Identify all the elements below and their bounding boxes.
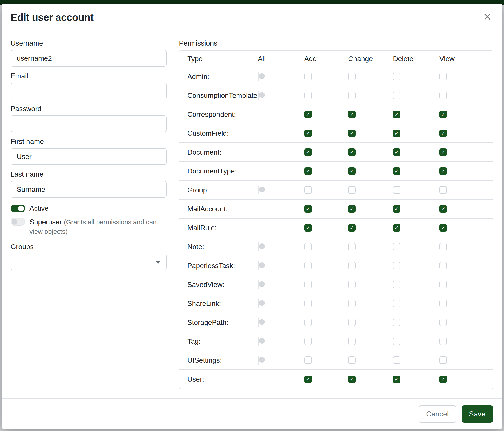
permission-delete-checkbox[interactable] [393, 130, 400, 137]
permission-delete-checkbox[interactable] [393, 281, 400, 288]
permission-delete-checkbox[interactable] [393, 224, 400, 232]
permission-all-toggle[interactable] [258, 91, 259, 100]
first-name-label: First name [10, 137, 167, 146]
col-header-delete: Delete [393, 51, 439, 67]
permission-change-checkbox[interactable] [348, 319, 356, 326]
permission-add-checkbox[interactable] [304, 224, 312, 232]
permission-change-checkbox[interactable] [348, 148, 356, 156]
permission-all-toggle[interactable] [258, 280, 259, 289]
permission-change-checkbox[interactable] [348, 224, 356, 232]
permission-change-checkbox[interactable] [348, 300, 356, 307]
permission-delete-checkbox[interactable] [393, 243, 400, 251]
permission-view-checkbox[interactable] [439, 186, 447, 194]
groups-select-input[interactable] [10, 253, 167, 270]
email-label: Email [10, 72, 167, 80]
permission-delete-checkbox[interactable] [393, 186, 400, 194]
last-name-field[interactable] [10, 181, 167, 198]
permission-delete-checkbox[interactable] [393, 205, 400, 213]
permission-delete-checkbox[interactable] [393, 111, 400, 118]
permission-delete-checkbox[interactable] [393, 92, 400, 99]
permission-all-toggle[interactable] [258, 242, 259, 251]
permission-delete-checkbox[interactable] [393, 167, 400, 175]
first-name-field[interactable] [10, 148, 167, 165]
permission-delete-checkbox[interactable] [393, 262, 400, 269]
permission-add-checkbox[interactable] [304, 167, 312, 175]
permission-all-toggle[interactable] [258, 186, 259, 194]
save-button[interactable]: Save [462, 405, 493, 423]
permission-view-checkbox[interactable] [439, 319, 447, 326]
permission-change-checkbox[interactable] [348, 186, 356, 194]
permission-view-checkbox[interactable] [439, 205, 447, 213]
permission-all-toggle[interactable] [258, 337, 259, 346]
permission-view-checkbox[interactable] [439, 357, 447, 364]
password-group: Password [10, 105, 167, 132]
permission-add-checkbox[interactable] [304, 111, 312, 118]
permission-view-checkbox[interactable] [439, 167, 447, 175]
permission-all-toggle[interactable] [258, 318, 259, 327]
permission-view-checkbox[interactable] [439, 376, 447, 383]
permission-add-checkbox[interactable] [304, 376, 312, 383]
permission-add-checkbox[interactable] [304, 262, 312, 269]
permission-view-checkbox[interactable] [439, 73, 447, 80]
table-row: Group: [180, 180, 493, 199]
permission-change-checkbox[interactable] [348, 262, 356, 269]
permission-delete-checkbox[interactable] [393, 376, 400, 383]
permission-view-checkbox[interactable] [439, 281, 447, 288]
permission-change-checkbox[interactable] [348, 167, 356, 175]
close-icon[interactable]: × [482, 11, 493, 22]
permission-add-checkbox[interactable] [304, 92, 312, 99]
password-field[interactable] [10, 116, 167, 132]
table-row: MailRule: [180, 218, 493, 237]
permission-change-checkbox[interactable] [348, 111, 356, 118]
permission-view-checkbox[interactable] [439, 300, 447, 307]
permission-all-toggle[interactable] [258, 72, 259, 81]
col-header-view: View [439, 51, 493, 67]
permission-add-checkbox[interactable] [304, 281, 312, 288]
permission-all-toggle[interactable] [258, 299, 259, 308]
permission-add-checkbox[interactable] [304, 357, 312, 364]
active-toggle[interactable] [10, 205, 25, 212]
permission-view-checkbox[interactable] [439, 148, 447, 156]
permission-add-checkbox[interactable] [304, 186, 312, 194]
permission-change-checkbox[interactable] [348, 130, 356, 137]
permission-add-checkbox[interactable] [304, 243, 312, 251]
username-input[interactable] [10, 50, 167, 67]
permission-delete-checkbox[interactable] [393, 338, 400, 345]
permission-add-checkbox[interactable] [304, 205, 312, 213]
groups-select[interactable] [10, 253, 167, 270]
permission-delete-checkbox[interactable] [393, 73, 400, 80]
groups-label: Groups [10, 243, 167, 251]
password-label: Password [10, 105, 167, 113]
permission-add-checkbox[interactable] [304, 130, 312, 137]
email-field[interactable] [10, 83, 167, 99]
permission-change-checkbox[interactable] [348, 338, 356, 345]
permission-delete-checkbox[interactable] [393, 148, 400, 156]
permission-view-checkbox[interactable] [439, 243, 447, 251]
permission-add-checkbox[interactable] [304, 338, 312, 345]
active-row: Active [10, 204, 167, 212]
permission-view-checkbox[interactable] [439, 338, 447, 345]
permission-view-checkbox[interactable] [439, 224, 447, 232]
permission-view-checkbox[interactable] [439, 111, 447, 118]
permission-change-checkbox[interactable] [348, 73, 356, 80]
permission-add-checkbox[interactable] [304, 148, 312, 156]
permission-all-toggle[interactable] [258, 356, 259, 365]
permission-delete-checkbox[interactable] [393, 357, 400, 364]
permission-all-toggle[interactable] [258, 261, 259, 270]
permission-view-checkbox[interactable] [439, 92, 447, 99]
permission-change-checkbox[interactable] [348, 92, 356, 99]
permission-change-checkbox[interactable] [348, 281, 356, 288]
permission-delete-checkbox[interactable] [393, 319, 400, 326]
permission-change-checkbox[interactable] [348, 376, 356, 383]
permission-add-checkbox[interactable] [304, 300, 312, 307]
permission-change-checkbox[interactable] [348, 357, 356, 364]
permission-change-checkbox[interactable] [348, 205, 356, 213]
permission-add-checkbox[interactable] [304, 319, 312, 326]
permission-change-checkbox[interactable] [348, 243, 356, 251]
cancel-button[interactable]: Cancel [419, 405, 456, 423]
permission-view-checkbox[interactable] [439, 130, 447, 137]
permission-delete-checkbox[interactable] [393, 300, 400, 307]
superuser-toggle[interactable] [10, 218, 25, 226]
permission-add-checkbox[interactable] [304, 73, 312, 80]
permission-view-checkbox[interactable] [439, 262, 447, 269]
